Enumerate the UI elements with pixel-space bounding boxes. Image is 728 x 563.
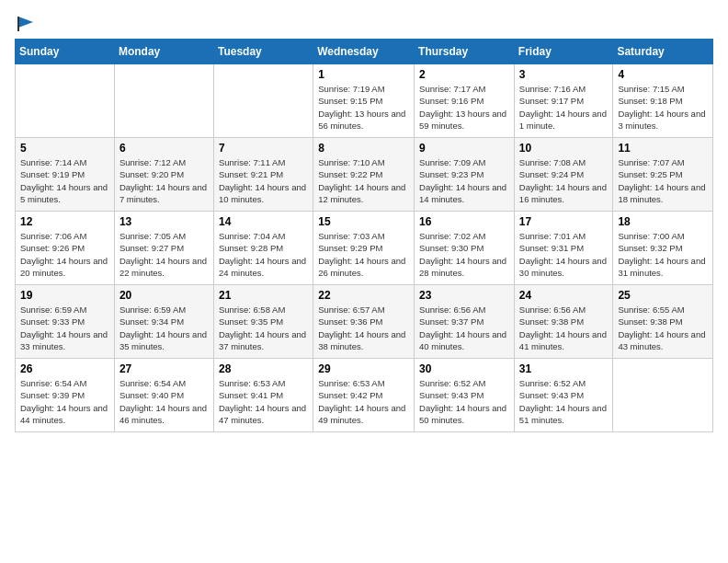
day-number: 15 xyxy=(318,215,409,228)
day-info: Sunrise: 6:52 AM Sunset: 9:43 PM Dayligh… xyxy=(419,377,509,426)
day-number: 24 xyxy=(519,289,609,302)
calendar-cell: 21Sunrise: 6:58 AM Sunset: 9:35 PM Dayli… xyxy=(213,285,313,359)
day-number: 27 xyxy=(119,362,209,375)
logo-flag-icon xyxy=(17,15,35,33)
day-number: 25 xyxy=(618,289,708,302)
column-header-thursday: Thursday xyxy=(415,40,515,64)
day-info: Sunrise: 7:01 AM Sunset: 9:31 PM Dayligh… xyxy=(519,230,609,279)
day-number: 10 xyxy=(519,142,609,155)
calendar-week-row: 1Sunrise: 7:19 AM Sunset: 9:15 PM Daylig… xyxy=(16,64,713,138)
day-number: 29 xyxy=(318,362,409,375)
calendar-cell xyxy=(613,359,713,432)
day-info: Sunrise: 6:53 AM Sunset: 9:42 PM Dayligh… xyxy=(318,377,409,426)
calendar-cell: 26Sunrise: 6:54 AM Sunset: 9:39 PM Dayli… xyxy=(16,359,115,432)
calendar-cell: 13Sunrise: 7:05 AM Sunset: 9:27 PM Dayli… xyxy=(114,212,213,285)
day-info: Sunrise: 7:11 AM Sunset: 9:21 PM Dayligh… xyxy=(219,156,308,205)
day-number: 17 xyxy=(519,215,609,228)
day-info: Sunrise: 7:02 AM Sunset: 9:30 PM Dayligh… xyxy=(419,230,509,279)
day-number: 8 xyxy=(318,142,409,155)
day-number: 22 xyxy=(318,289,409,302)
calendar-cell: 6Sunrise: 7:12 AM Sunset: 9:20 PM Daylig… xyxy=(114,138,213,212)
day-info: Sunrise: 6:53 AM Sunset: 9:41 PM Dayligh… xyxy=(219,377,308,426)
day-info: Sunrise: 7:12 AM Sunset: 9:20 PM Dayligh… xyxy=(119,156,209,205)
day-number: 16 xyxy=(419,215,509,228)
day-number: 30 xyxy=(419,362,509,375)
calendar-cell: 1Sunrise: 7:19 AM Sunset: 9:15 PM Daylig… xyxy=(313,64,415,138)
column-header-sunday: Sunday xyxy=(16,40,115,64)
calendar-cell: 18Sunrise: 7:00 AM Sunset: 9:32 PM Dayli… xyxy=(613,212,713,285)
calendar-cell: 4Sunrise: 7:15 AM Sunset: 9:18 PM Daylig… xyxy=(613,64,713,138)
calendar-cell: 7Sunrise: 7:11 AM Sunset: 9:21 PM Daylig… xyxy=(213,138,313,212)
day-number: 23 xyxy=(419,289,509,302)
calendar-week-row: 19Sunrise: 6:59 AM Sunset: 9:33 PM Dayli… xyxy=(16,285,713,359)
calendar-cell: 2Sunrise: 7:17 AM Sunset: 9:16 PM Daylig… xyxy=(415,64,515,138)
day-info: Sunrise: 6:52 AM Sunset: 9:43 PM Dayligh… xyxy=(519,377,609,426)
day-number: 21 xyxy=(219,289,308,302)
calendar-cell: 23Sunrise: 6:56 AM Sunset: 9:37 PM Dayli… xyxy=(415,285,515,359)
svg-rect-1 xyxy=(17,17,19,31)
calendar-cell xyxy=(213,64,313,138)
day-info: Sunrise: 7:09 AM Sunset: 9:23 PM Dayligh… xyxy=(419,156,509,205)
calendar-week-row: 5Sunrise: 7:14 AM Sunset: 9:19 PM Daylig… xyxy=(16,138,713,212)
day-info: Sunrise: 6:59 AM Sunset: 9:33 PM Dayligh… xyxy=(20,304,109,352)
day-number: 26 xyxy=(20,362,109,375)
calendar-cell: 31Sunrise: 6:52 AM Sunset: 9:43 PM Dayli… xyxy=(514,359,613,432)
calendar-cell xyxy=(16,64,115,138)
calendar-cell: 12Sunrise: 7:06 AM Sunset: 9:26 PM Dayli… xyxy=(16,212,115,285)
calendar-week-row: 12Sunrise: 7:06 AM Sunset: 9:26 PM Dayli… xyxy=(16,212,713,285)
day-info: Sunrise: 7:15 AM Sunset: 9:18 PM Dayligh… xyxy=(618,83,708,132)
calendar-cell: 10Sunrise: 7:08 AM Sunset: 9:24 PM Dayli… xyxy=(514,138,613,212)
day-info: Sunrise: 7:19 AM Sunset: 9:15 PM Dayligh… xyxy=(318,83,409,132)
column-header-friday: Friday xyxy=(514,40,613,64)
day-number: 6 xyxy=(119,142,209,155)
day-info: Sunrise: 7:17 AM Sunset: 9:16 PM Dayligh… xyxy=(419,83,509,132)
calendar-cell: 25Sunrise: 6:55 AM Sunset: 9:38 PM Dayli… xyxy=(613,285,713,359)
day-number: 20 xyxy=(119,289,209,302)
calendar-cell: 29Sunrise: 6:53 AM Sunset: 9:42 PM Dayli… xyxy=(313,359,415,432)
day-info: Sunrise: 7:08 AM Sunset: 9:24 PM Dayligh… xyxy=(519,156,609,205)
calendar-cell: 11Sunrise: 7:07 AM Sunset: 9:25 PM Dayli… xyxy=(613,138,713,212)
calendar-cell: 16Sunrise: 7:02 AM Sunset: 9:30 PM Dayli… xyxy=(415,212,515,285)
day-number: 7 xyxy=(219,142,308,155)
calendar-cell: 14Sunrise: 7:04 AM Sunset: 9:28 PM Dayli… xyxy=(213,212,313,285)
calendar-cell: 15Sunrise: 7:03 AM Sunset: 9:29 PM Dayli… xyxy=(313,212,415,285)
day-number: 13 xyxy=(119,215,209,228)
day-info: Sunrise: 6:59 AM Sunset: 9:34 PM Dayligh… xyxy=(119,304,209,352)
calendar-cell: 27Sunrise: 6:54 AM Sunset: 9:40 PM Dayli… xyxy=(114,359,213,432)
day-number: 18 xyxy=(618,215,708,228)
day-number: 4 xyxy=(618,68,708,81)
day-number: 12 xyxy=(20,215,109,228)
column-header-monday: Monday xyxy=(114,40,213,64)
calendar-cell: 19Sunrise: 6:59 AM Sunset: 9:33 PM Dayli… xyxy=(16,285,115,359)
column-header-saturday: Saturday xyxy=(613,40,713,64)
day-info: Sunrise: 7:07 AM Sunset: 9:25 PM Dayligh… xyxy=(618,156,708,205)
day-info: Sunrise: 7:00 AM Sunset: 9:32 PM Dayligh… xyxy=(618,230,708,279)
calendar-cell: 24Sunrise: 6:56 AM Sunset: 9:38 PM Dayli… xyxy=(514,285,613,359)
day-info: Sunrise: 7:06 AM Sunset: 9:26 PM Dayligh… xyxy=(20,230,109,279)
day-info: Sunrise: 7:04 AM Sunset: 9:28 PM Dayligh… xyxy=(219,230,308,279)
calendar-table: SundayMondayTuesdayWednesdayThursdayFrid… xyxy=(15,39,713,432)
day-info: Sunrise: 6:56 AM Sunset: 9:37 PM Dayligh… xyxy=(419,304,509,352)
calendar-cell xyxy=(114,64,213,138)
calendar-cell: 3Sunrise: 7:16 AM Sunset: 9:17 PM Daylig… xyxy=(514,64,613,138)
calendar-cell: 28Sunrise: 6:53 AM Sunset: 9:41 PM Dayli… xyxy=(213,359,313,432)
day-number: 5 xyxy=(20,142,109,155)
day-info: Sunrise: 6:55 AM Sunset: 9:38 PM Dayligh… xyxy=(618,304,708,352)
day-info: Sunrise: 6:57 AM Sunset: 9:36 PM Dayligh… xyxy=(318,304,409,352)
day-info: Sunrise: 6:54 AM Sunset: 9:40 PM Dayligh… xyxy=(119,377,209,426)
day-info: Sunrise: 7:05 AM Sunset: 9:27 PM Dayligh… xyxy=(119,230,209,279)
day-number: 2 xyxy=(419,68,509,81)
day-number: 31 xyxy=(519,362,609,375)
day-info: Sunrise: 7:03 AM Sunset: 9:29 PM Dayligh… xyxy=(318,230,409,279)
svg-marker-0 xyxy=(18,17,33,28)
day-info: Sunrise: 7:16 AM Sunset: 9:17 PM Dayligh… xyxy=(519,83,609,132)
calendar-header-row: SundayMondayTuesdayWednesdayThursdayFrid… xyxy=(16,40,713,64)
day-number: 9 xyxy=(419,142,509,155)
calendar-cell: 17Sunrise: 7:01 AM Sunset: 9:31 PM Dayli… xyxy=(514,212,613,285)
day-number: 3 xyxy=(519,68,609,81)
calendar-cell: 22Sunrise: 6:57 AM Sunset: 9:36 PM Dayli… xyxy=(313,285,415,359)
day-number: 1 xyxy=(318,68,409,81)
day-number: 14 xyxy=(219,215,308,228)
logo xyxy=(15,15,35,29)
day-info: Sunrise: 6:58 AM Sunset: 9:35 PM Dayligh… xyxy=(219,304,308,352)
